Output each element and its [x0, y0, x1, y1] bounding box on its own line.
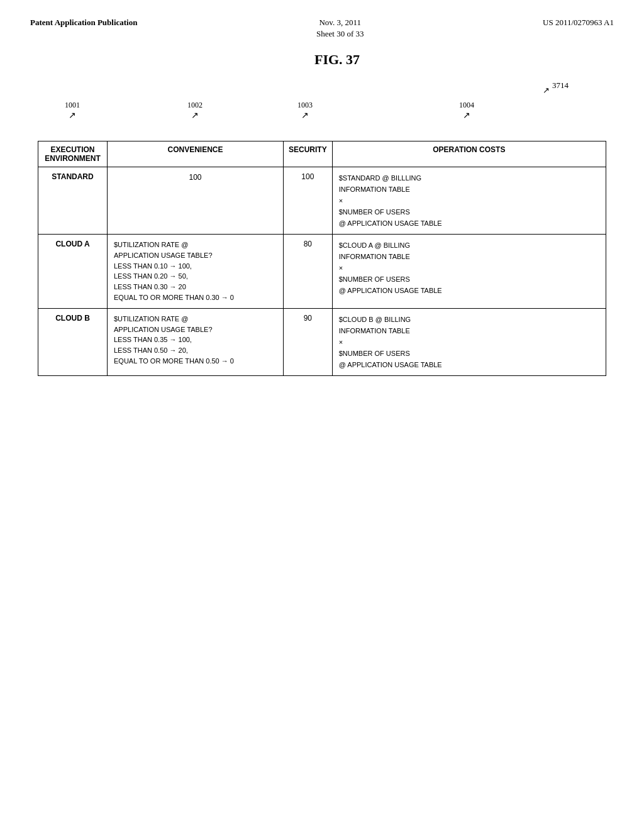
figure-title: FIG. 37	[30, 52, 644, 68]
sheet-info: Sheet 30 of 33	[316, 29, 364, 39]
pub-label: Patent Application Publication	[30, 18, 137, 28]
col1002-ref: 1002	[187, 101, 203, 109]
env-standard: STANDARD	[38, 167, 108, 235]
convenience-standard: 100	[108, 167, 284, 235]
convenience-cloudb: $UTILIZATION RATE @ APPLICATION USAGE TA…	[108, 308, 284, 375]
table-row: STANDARD 100 100 $STANDARD @ BILLLING IN…	[38, 167, 606, 235]
col1004-ref: 1004	[459, 101, 474, 109]
env-cloudb: CLOUD B	[38, 308, 108, 375]
convenience-clouda: $UTILIZATION RATE @ APPLICATION USAGE TA…	[108, 235, 284, 309]
operation-standard: $STANDARD @ BILLLING INFORMATION TABLE ×…	[332, 167, 606, 235]
data-table: EXECUTION ENVIRONMENT CONVENIENCE SECURI…	[38, 141, 606, 376]
col-header-operation: OPERATION COSTS	[332, 141, 606, 167]
col1003-ref: 1003	[297, 101, 313, 109]
col1001-ref: 1001	[65, 101, 80, 109]
col1001-slash: ↗	[69, 111, 76, 120]
table-row: CLOUD B $UTILIZATION RATE @ APPLICATION …	[38, 308, 606, 375]
security-cloudb: 90	[284, 308, 333, 375]
pub-date: Nov. 3, 2011	[319, 18, 361, 28]
pub-number: US 2011/0270963 A1	[543, 18, 614, 28]
security-clouda: 80	[284, 235, 333, 309]
ref-3714-label: 3714	[552, 80, 569, 91]
col1002-slash: ↗	[191, 111, 199, 120]
col1003-slash: ↗	[301, 111, 309, 120]
security-standard: 100	[284, 167, 333, 235]
operation-clouda: $CLOUD A @ BILLING INFORMATION TABLE × $…	[332, 235, 606, 309]
col1004-slash: ↗	[463, 111, 470, 120]
ref-3714-slash: ↗	[543, 86, 550, 96]
col-header-security: SECURITY	[284, 141, 333, 167]
operation-cloudb: $CLOUD B @ BILLING INFORMATION TABLE × $…	[332, 308, 606, 375]
col-header-env: EXECUTION ENVIRONMENT	[38, 141, 108, 167]
table-row: CLOUD A $UTILIZATION RATE @ APPLICATION …	[38, 235, 606, 309]
col-header-convenience: CONVENIENCE	[108, 141, 284, 167]
env-clouda: CLOUD A	[38, 235, 108, 309]
